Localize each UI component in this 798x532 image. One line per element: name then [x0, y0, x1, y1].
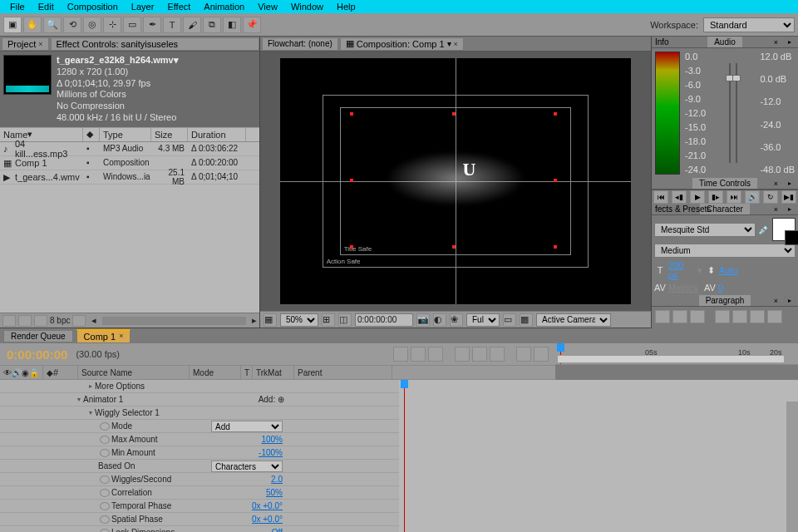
close-icon[interactable]: × — [774, 180, 778, 188]
prev-frame-btn[interactable]: ◂▮ — [672, 190, 687, 204]
property-value[interactable]: 2.0 — [271, 475, 283, 484]
twirl-icon[interactable]: ▾ — [86, 409, 95, 416]
workspace-select[interactable]: Standard — [703, 17, 795, 32]
draft3d-btn[interactable] — [411, 347, 426, 362]
stamp-tool[interactable]: ⧉ — [203, 17, 221, 33]
tracking-input[interactable]: 0 — [718, 283, 745, 293]
col-label[interactable]: ◆ — [83, 128, 100, 141]
project-scrollbar[interactable] — [102, 317, 246, 325]
property-value[interactable]: 50% — [266, 488, 283, 497]
audio-tab[interactable]: Audio — [707, 37, 742, 47]
property-row[interactable]: Wiggles/Second2.0 — [0, 473, 399, 486]
color-swatch[interactable] — [772, 218, 796, 241]
property-value[interactable]: 0x +0.0° — [252, 515, 283, 524]
panel-menu-icon[interactable]: ▸ — [785, 204, 795, 214]
col-duration[interactable]: Duration — [188, 128, 246, 141]
justify-left-btn[interactable] — [715, 310, 730, 323]
kerning-select[interactable]: Metrics — [668, 283, 702, 293]
menu-file[interactable]: File — [3, 1, 32, 12]
time-controls-tab[interactable]: Time Controls — [692, 178, 757, 189]
font-size-input[interactable]: 200 px — [668, 260, 695, 280]
property-value[interactable]: 0x +0.0° — [252, 501, 283, 510]
property-row[interactable]: Correlation50% — [0, 486, 399, 500]
hide-shy-btn[interactable] — [428, 347, 443, 362]
paragraph-tab[interactable]: Paragraph — [699, 295, 751, 306]
property-row[interactable]: ▾Animator 1Add: ⊕ — [0, 393, 399, 406]
anchor-tool[interactable]: ⊹ — [103, 17, 121, 33]
resolution-select[interactable]: Full — [466, 313, 500, 327]
last-frame-btn[interactable]: ⏭ — [727, 190, 741, 204]
property-row[interactable]: Based OnCharacters — [0, 460, 399, 473]
font-style-select[interactable]: Medium — [654, 244, 796, 258]
property-value[interactable]: Off — [272, 528, 283, 532]
stopwatch-icon[interactable] — [100, 489, 110, 497]
align-center-btn[interactable] — [672, 310, 687, 323]
loop-btn[interactable]: ↻ — [763, 190, 778, 204]
safe-btn[interactable]: ⊞ — [322, 313, 335, 327]
stopwatch-icon[interactable] — [100, 475, 110, 484]
info-tab[interactable]: Info — [655, 37, 669, 47]
play-btn[interactable]: ▶ — [690, 190, 705, 204]
rotate-tool[interactable]: ⟲ — [63, 17, 81, 33]
menu-help[interactable]: Help — [330, 1, 362, 12]
channel-btn[interactable]: ◐ — [433, 313, 446, 327]
property-row[interactable]: ModeAdd — [0, 420, 399, 433]
brush-tool[interactable]: 🖌 — [183, 17, 201, 33]
property-row[interactable]: Spatial Phase0x +0.0° — [0, 513, 399, 526]
ram-preview-btn[interactable]: ▶▮ — [781, 190, 796, 204]
menu-effect[interactable]: Effect — [160, 1, 197, 12]
puppet-tool[interactable]: 📌 — [243, 17, 261, 33]
property-select[interactable]: Add — [211, 421, 283, 432]
stopwatch-icon[interactable] — [100, 515, 110, 524]
property-row[interactable]: Max Amount100% — [0, 433, 399, 446]
col-size[interactable]: Size — [151, 128, 188, 141]
stopwatch-icon[interactable] — [100, 449, 110, 457]
list-item[interactable]: ♪04 kill...ess.mp3 ▪MP3 Audio 4.3 MBΔ 0:… — [0, 142, 259, 156]
list-item[interactable]: ▶t_gears...4.wmv ▪Windows...ia 25.1 MBΔ … — [0, 170, 259, 185]
property-value[interactable]: 100% — [261, 435, 283, 444]
work-area-bar[interactable] — [557, 355, 785, 363]
eraser-tool[interactable]: ◧ — [223, 17, 241, 33]
zoom-select[interactable]: 50% — [280, 313, 318, 327]
graph-editor-btn[interactable] — [516, 347, 531, 362]
text-tool[interactable]: T — [163, 17, 181, 33]
timeline-track-area[interactable] — [399, 380, 798, 532]
new-comp-btn[interactable] — [34, 315, 47, 327]
mask-btn[interactable]: ◫ — [338, 313, 352, 327]
menu-layer[interactable]: Layer — [125, 1, 161, 12]
property-row[interactable]: Lock DimensionsOff — [0, 526, 399, 532]
menu-composition[interactable]: Composition — [61, 1, 125, 12]
effect-controls-tab[interactable]: Effect Controls: sanityisuseles — [51, 37, 259, 51]
stopwatch-icon[interactable] — [100, 502, 110, 510]
comp-timeline-tab[interactable]: Comp 1× — [76, 329, 131, 343]
col-type[interactable]: Type — [100, 128, 151, 141]
zoom-tool[interactable]: 🔍 — [43, 17, 62, 33]
motion-blur-btn[interactable] — [472, 347, 487, 362]
property-row[interactable]: ▸More Options — [0, 380, 399, 393]
panel-menu-icon[interactable]: ▸ — [785, 296, 795, 305]
add-animator-btn[interactable]: Add: ⊕ — [259, 395, 284, 404]
roi-btn[interactable]: ▭ — [503, 313, 516, 327]
selection-tool[interactable]: ▣ — [3, 17, 22, 33]
eyedropper-icon[interactable]: 💉 — [758, 224, 770, 235]
auto-keyframe-btn[interactable] — [534, 347, 549, 362]
property-row[interactable]: Temporal Phase0x +0.0° — [0, 500, 399, 513]
bpc-label[interactable]: 8 bpc — [50, 316, 70, 325]
panel-menu-icon[interactable]: ▸ — [785, 179, 795, 188]
align-right-btn[interactable] — [690, 310, 705, 323]
justify-all-btn[interactable] — [767, 310, 782, 323]
interpret-btn[interactable] — [2, 315, 16, 327]
comp-btn[interactable] — [393, 347, 408, 362]
close-icon[interactable]: × — [774, 38, 778, 47]
level-slider[interactable] — [736, 63, 737, 163]
close-icon[interactable]: × — [774, 297, 778, 305]
composition-tab[interactable]: ▦ Composition: Comp 1 ▾ × — [340, 37, 464, 51]
property-row[interactable]: Min Amount-100% — [0, 446, 399, 460]
brainstorm-btn[interactable] — [490, 347, 505, 362]
project-tab[interactable]: Project× — [2, 37, 49, 51]
timeline-ruler[interactable]: 05s 10s 20s — [555, 343, 798, 365]
grid-btn[interactable]: ▦ — [264, 313, 277, 327]
panel-menu-icon[interactable]: ▸ — [785, 37, 795, 47]
audio-btn[interactable]: 🔊 — [745, 190, 760, 204]
rect-tool[interactable]: ▭ — [123, 17, 141, 33]
